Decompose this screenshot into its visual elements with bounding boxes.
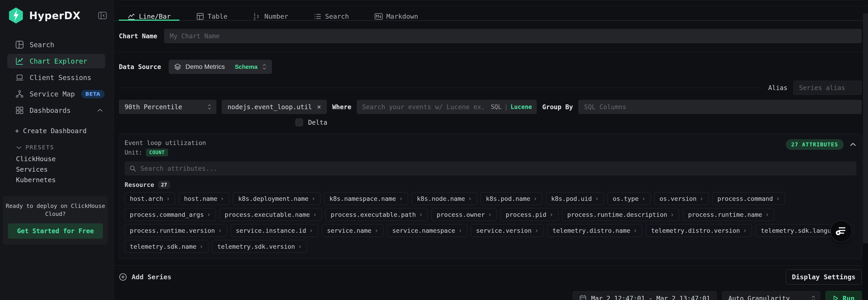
- chevron-right-icon: ›: [399, 195, 403, 202]
- resource-label: Resource: [125, 181, 154, 188]
- granularity-select[interactable]: Auto Granularity: [722, 291, 820, 300]
- chevron-up-icon[interactable]: [849, 142, 857, 146]
- group-by-input[interactable]: [578, 100, 862, 114]
- sidebar-item-search[interactable]: Search: [0, 37, 114, 52]
- sidebar-collapse-icon[interactable]: [98, 11, 107, 19]
- preset-item[interactable]: Services: [0, 164, 114, 174]
- number-123-icon: 1 2 3: [253, 12, 261, 20]
- attribute-chip[interactable]: process.command ›: [712, 192, 785, 205]
- chevron-updown-icon: [207, 104, 212, 110]
- run-button[interactable]: Run: [826, 291, 862, 300]
- tab-table[interactable]: Table: [188, 12, 236, 20]
- promo-text: Ready to deploy on ClickHouse Cloud?: [5, 202, 106, 218]
- lucene-option[interactable]: Lucene: [510, 104, 532, 110]
- chevron-right-icon: ›: [533, 195, 537, 202]
- attribute-chip[interactable]: process.runtime.description ›: [562, 208, 679, 221]
- metric-field-chip[interactable]: nodejs.event_loop.util ×: [222, 100, 327, 114]
- attribute-chip[interactable]: host.arch ›: [125, 192, 175, 205]
- chevron-right-icon: ›: [458, 227, 462, 234]
- attribute-chip[interactable]: k8s.namespace.name ›: [324, 192, 408, 205]
- date-range-picker[interactable]: Mar 2 12:47:01 - Mar 2 13:47:01: [573, 291, 717, 300]
- attribute-chip[interactable]: service.instance.id ›: [231, 224, 318, 237]
- chevron-right-icon: ›: [468, 195, 472, 202]
- preset-item[interactable]: ClickHouse: [0, 154, 114, 164]
- help-widget-button[interactable]: [830, 220, 852, 242]
- delta-label: Delta: [308, 119, 327, 126]
- scrollbar[interactable]: [863, 13, 868, 300]
- play-icon: [833, 295, 839, 300]
- divider: [114, 265, 868, 266]
- markdown-icon: [375, 13, 383, 20]
- attribute-chip[interactable]: process.executable.name ›: [219, 208, 322, 221]
- alias-input[interactable]: [793, 81, 862, 95]
- where-search-input[interactable]: [357, 103, 491, 111]
- attribute-chip[interactable]: os.type ›: [608, 192, 651, 205]
- attribute-chip[interactable]: service.name ›: [322, 224, 383, 237]
- attribute-chip[interactable]: k8s.pod.uid ›: [546, 192, 603, 205]
- attribute-chip[interactable]: process.runtime.version ›: [125, 224, 227, 237]
- sidebar-item-dashboards[interactable]: Dashboards: [0, 103, 114, 118]
- attribute-chip[interactable]: telemetry.distro.name ›: [547, 224, 642, 237]
- attribute-chip[interactable]: k8s.pod.name ›: [481, 192, 542, 205]
- aggregation-select[interactable]: 90th Percentile: [119, 100, 216, 114]
- tab-search[interactable]: Search: [305, 12, 358, 20]
- attribute-chip[interactable]: process.pid ›: [500, 208, 558, 221]
- chevron-right-icon: ›: [419, 211, 423, 218]
- delta-checkbox[interactable]: [295, 118, 303, 126]
- tab-line-bar[interactable]: Line/Bar: [119, 12, 179, 20]
- remove-metric-icon[interactable]: ×: [317, 104, 321, 110]
- create-dashboard-button[interactable]: + Create Dashboard: [0, 126, 114, 136]
- sidebar-item-client-sessions[interactable]: Client Sessions: [0, 70, 114, 85]
- schema-link[interactable]: Schema: [235, 63, 257, 71]
- sidebar-item-label: Chart Explorer: [30, 57, 87, 65]
- table-icon: [196, 12, 204, 20]
- app-title: HyperDX: [29, 10, 81, 21]
- where-search-box: SQL | Lucene: [357, 100, 537, 114]
- list-search-icon: [314, 12, 321, 20]
- add-series-button[interactable]: Add Series: [119, 273, 172, 281]
- presets-header[interactable]: PRESETS: [0, 143, 114, 152]
- calendar-icon: [579, 295, 587, 300]
- chevron-right-icon: ›: [312, 195, 315, 202]
- sql-lucene-toggle[interactable]: SQL | Lucene: [491, 104, 532, 110]
- tab-number[interactable]: 1 2 3 Number: [244, 12, 297, 20]
- network-nodes-icon: [16, 90, 24, 98]
- chevron-right-icon: ›: [550, 211, 553, 218]
- attribute-chip[interactable]: process.owner ›: [432, 208, 497, 221]
- magnifier-icon: [129, 165, 136, 172]
- display-settings-button[interactable]: Display Settings: [786, 269, 862, 284]
- attribute-chip[interactable]: service.version ›: [471, 224, 544, 237]
- attribute-chip[interactable]: process.command_args ›: [125, 208, 216, 221]
- sidebar-item-chart-explorer[interactable]: Chart Explorer: [7, 54, 105, 69]
- main-content: Line/Bar Table 1 2 3 Number: [114, 0, 868, 300]
- scrollbar-thumb[interactable]: [863, 13, 868, 243]
- sidebar-item-service-map[interactable]: Service Map BETA: [0, 87, 114, 101]
- attribute-chip[interactable]: telemetry.sdk.name ›: [125, 240, 208, 253]
- unit-label: Unit:: [125, 149, 142, 156]
- chevron-right-icon: ›: [313, 211, 317, 218]
- sidebar-item-label: Dashboards: [30, 106, 71, 114]
- attribute-chip[interactable]: k8s.node.name ›: [412, 192, 477, 205]
- chevron-updown-icon: [811, 295, 816, 300]
- attribute-chip[interactable]: process.executable.path ›: [326, 208, 428, 221]
- attribute-chip[interactable]: process.runtime.name ›: [683, 208, 774, 221]
- preset-item[interactable]: Kubernetes: [0, 174, 114, 185]
- get-started-button[interactable]: Get Started for Free: [8, 223, 103, 239]
- attribute-chip[interactable]: telemetry.distro.version ›: [646, 224, 752, 237]
- sql-option[interactable]: SQL: [491, 104, 502, 110]
- chevron-right-icon: ›: [670, 211, 674, 218]
- chevron-right-icon: ›: [595, 195, 599, 202]
- attribute-chip[interactable]: os.version ›: [654, 192, 708, 205]
- chevron-right-icon: ›: [743, 227, 747, 234]
- attribute-chip[interactable]: service.namespace ›: [387, 224, 467, 237]
- clickhouse-cloud-promo-card: Ready to deploy on ClickHouse Cloud? Get…: [3, 196, 108, 245]
- attribute-chip[interactable]: host.name ›: [179, 192, 229, 205]
- attribute-chip[interactable]: k8s.deployment.name ›: [233, 192, 320, 205]
- attributes-search-box: [125, 161, 857, 175]
- data-source-select[interactable]: Demo Metrics Schema: [169, 60, 272, 74]
- chart-name-input[interactable]: [164, 29, 862, 43]
- attributes-search-input[interactable]: [141, 165, 852, 172]
- tab-markdown[interactable]: Markdown: [366, 12, 427, 20]
- attribute-chip[interactable]: telemetry.sdk.version ›: [212, 240, 307, 253]
- chevron-right-icon: ›: [765, 211, 769, 218]
